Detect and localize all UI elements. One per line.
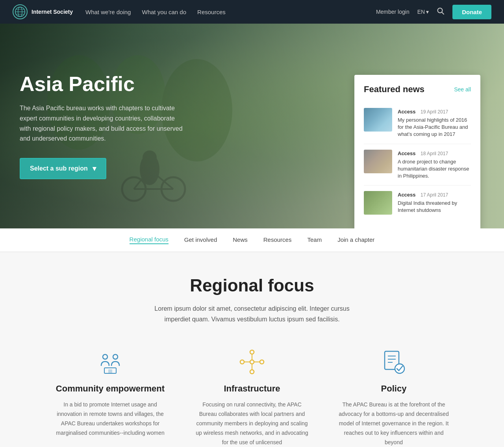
infrastructure-icon (238, 348, 266, 376)
news-item-3[interactable]: Access 17 April 2017 Digital India threa… (364, 185, 471, 220)
svg-point-23 (260, 360, 264, 364)
donate-button[interactable]: Donate (452, 5, 491, 19)
sub-nav-get-involved[interactable]: Get involved (184, 236, 217, 244)
news-date-1: 19 April 2017 (421, 109, 448, 115)
features-grid: Community empowerment In a bid to promot… (35, 348, 469, 447)
hero-description: The Asia Pacific bureau works with chapt… (20, 103, 185, 143)
language-selector[interactable]: EN ▾ (417, 9, 429, 15)
main-nav: Internet Society What we're doing What y… (0, 0, 504, 24)
logo-text: Internet Society (32, 9, 73, 15)
news-meta-1: Access 19 April 2017 My personal highlig… (398, 108, 471, 138)
svg-point-17 (103, 354, 107, 359)
sub-nav: Regional focus Get involved News Resourc… (0, 228, 504, 252)
feature-policy: Policy The APAC Bureau is at the forefro… (335, 348, 453, 447)
news-category-2: Access (398, 150, 416, 156)
svg-point-24 (240, 360, 244, 364)
svg-point-25 (250, 370, 254, 374)
featured-news-panel: Featured news See all Access 19 April 20… (354, 75, 480, 228)
regional-focus-description: Lorem ipsum dolor sit amet, consectetur … (142, 303, 362, 325)
chevron-down-icon: ▾ (426, 9, 429, 15)
hero-content: Asia Pacific The Asia Pacific bureau wor… (0, 24, 277, 228)
svg-point-22 (250, 350, 254, 354)
news-headline-2: A drone project to change humanitarian d… (398, 158, 471, 180)
featured-news-header: Featured news See all (364, 84, 471, 95)
news-thumb-1 (364, 108, 392, 132)
member-login-link[interactable]: Member login (376, 9, 410, 15)
nav-link-resources[interactable]: Resources (197, 9, 226, 15)
feature-community: Community empowerment In a bid to promot… (51, 348, 169, 447)
news-headline-1: My personal highlights of 2016 for the A… (398, 117, 471, 138)
logo[interactable]: Internet Society (13, 4, 73, 19)
news-headline-3: Digital India threatened by Internet shu… (398, 200, 471, 214)
infrastructure-text: Focusing on rural connectivity, the APAC… (193, 400, 311, 447)
sub-nav-regional-focus[interactable]: Regional focus (130, 236, 169, 244)
news-date-3: 17 April 2017 (421, 192, 448, 198)
news-category-1: Access (398, 109, 416, 115)
community-text: In a bid to promote Internet usage and i… (51, 400, 169, 438)
hero-section: Asia Pacific The Asia Pacific bureau wor… (0, 24, 504, 228)
news-thumb-3 (364, 191, 392, 215)
feature-infrastructure: Infrastructure Focusing on rural connect… (193, 348, 311, 447)
news-date-2: 18 April 2017 (421, 151, 448, 156)
community-title: Community empowerment (51, 384, 169, 394)
nav-right: Member login EN ▾ Donate (376, 5, 491, 19)
nav-link-what-were-doing[interactable]: What we're doing (85, 9, 131, 15)
hero-title: Asia Pacific (20, 73, 258, 95)
main-content: Regional focus Lorem ipsum dolor sit ame… (0, 252, 504, 447)
regional-focus-title: Regional focus (16, 276, 488, 295)
sub-nav-resources[interactable]: Resources (263, 236, 292, 244)
news-item-1[interactable]: Access 19 April 2017 My personal highlig… (364, 102, 471, 144)
svg-line-6 (442, 12, 444, 14)
svg-point-34 (395, 364, 404, 373)
news-category-3: Access (398, 192, 416, 198)
community-icon (96, 348, 124, 376)
sub-nav-join-chapter[interactable]: Join a chapter (337, 236, 374, 244)
language-label: EN (417, 9, 425, 15)
news-item-2[interactable]: Access 18 April 2017 A drone project to … (364, 144, 471, 186)
svg-point-18 (113, 354, 118, 359)
svg-rect-20 (108, 369, 112, 373)
news-meta-3: Access 17 April 2017 Digital India threa… (398, 191, 471, 215)
policy-text: The APAC Bureau is at the forefront of t… (335, 400, 453, 447)
nav-links: What we're doing What you can do Resourc… (85, 9, 376, 15)
logo-icon (13, 4, 28, 19)
featured-news-title: Featured news (364, 84, 424, 95)
nav-link-what-you-can-do[interactable]: What you can do (142, 9, 186, 15)
chevron-down-icon: ▾ (93, 164, 96, 173)
sub-nav-news[interactable]: News (233, 236, 248, 244)
news-thumb-2 (364, 150, 392, 173)
see-all-news-link[interactable]: See all (454, 86, 471, 93)
news-meta-2: Access 18 April 2017 A drone project to … (398, 150, 471, 180)
select-subregion-button[interactable]: Select a sub region ▾ (20, 158, 106, 179)
search-icon[interactable] (437, 7, 445, 17)
svg-point-21 (250, 360, 254, 364)
infrastructure-title: Infrastructure (193, 384, 311, 394)
select-subregion-label: Select a sub region (30, 165, 88, 172)
policy-icon (380, 348, 408, 376)
sub-nav-team[interactable]: Team (307, 236, 322, 244)
policy-title: Policy (335, 384, 453, 394)
